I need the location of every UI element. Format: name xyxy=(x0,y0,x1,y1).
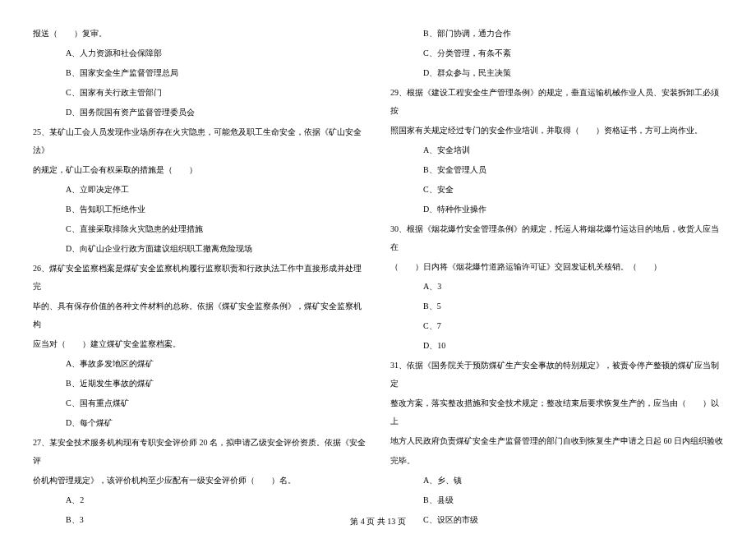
option-d: D、国务院国有资产监督管理委员会 xyxy=(33,104,366,122)
option-d: D、省级 xyxy=(390,531,723,534)
question-31: 31、依据《国务院关于预防煤矿生产安全事故的特别规定》，被责令停产整顿的煤矿应当… xyxy=(390,357,723,393)
option-a: A、2 xyxy=(33,491,366,509)
option-a: A、人力资源和社会保障部 xyxy=(33,44,366,62)
option-b: B、近期发生事故的煤矿 xyxy=(33,375,366,393)
question-27: 27、某安全技术服务机构现有专职安全评价师 20 名，拟申请乙级安全评价资质。依… xyxy=(33,434,366,470)
option-b: B、县级 xyxy=(390,491,723,509)
option-a: A、立即决定停工 xyxy=(33,181,366,199)
option-c: C、直接采取排除火灾隐患的处理措施 xyxy=(33,220,366,238)
option-c: C、分类管理，有条不紊 xyxy=(390,44,723,62)
question-31-cont3: 完毕。 xyxy=(390,452,723,470)
question-26: 26、煤矿安全监察档案是煤矿安全监察机构履行监察职责和行政执法工作中直接形成并处… xyxy=(33,260,366,296)
option-c: C、国家有关行政主管部门 xyxy=(33,84,366,102)
option-c: C、7 xyxy=(390,317,723,335)
option-d: D、10 xyxy=(390,337,723,355)
option-d: D、向矿山企业行政方面建议组织职工撤离危险现场 xyxy=(33,240,366,258)
option-c: C、4 xyxy=(33,531,366,534)
option-a: A、乡、镇 xyxy=(390,472,723,490)
two-column-layout: 报送（ ）复审。 A、人力资源和社会保障部 B、国家安全生产监督管理总局 C、国… xyxy=(33,25,723,509)
question-27-cont: 价机构管理规定》，该评价机构至少应配有一级安全评价师（ ）名。 xyxy=(33,472,366,490)
option-b: B、告知职工拒绝作业 xyxy=(33,200,366,219)
question-30: 30、根据《烟花爆竹安全管理条例》的规定，托运人将烟花爆竹运达目的地后，收货人应… xyxy=(390,220,723,256)
option-b: B、部门协调，通力合作 xyxy=(390,25,723,43)
right-column: B、部门协调，通力合作 C、分类管理，有条不紊 D、群众参与，民主决策 29、根… xyxy=(390,25,723,509)
question-25-cont: 的规定，矿山工会有权采取的措施是（ ） xyxy=(33,161,366,179)
page-footer: 第 4 页 共 13 页 xyxy=(0,516,756,527)
question-stem: 报送（ ）复审。 xyxy=(33,25,366,43)
option-d: D、特种作业操作 xyxy=(390,200,723,219)
question-31-cont: 整改方案，落实整改措施和安全技术规定；整改结束后要求恢复生产的，应当由（ ）以上 xyxy=(390,394,723,430)
option-d: D、群众参与，民主决策 xyxy=(390,64,723,82)
question-31-cont2: 地方人民政府负责煤矿安全生产监督管理的部门自收到恢复生产申请之日起 60 日内组… xyxy=(390,432,723,450)
option-a: A、事故多发地区的煤矿 xyxy=(33,355,366,373)
option-b: B、安全管理人员 xyxy=(390,161,723,179)
option-c: C、安全 xyxy=(390,181,723,199)
question-25: 25、某矿山工会人员发现作业场所存在火灾隐患，可能危及职工生命安全，依据《矿山安… xyxy=(33,123,366,159)
option-a: A、安全培训 xyxy=(390,141,723,159)
question-26-cont: 毕的、具有保存价值的各种文件材料的总称。依据《煤矿安全监察条例》，煤矿安全监察机… xyxy=(33,297,366,334)
option-b: B、5 xyxy=(390,297,723,315)
question-26-cont2: 应当对（ ）建立煤矿安全监察档案。 xyxy=(33,335,366,353)
question-29-cont: 照国家有关规定经过专门的安全作业培训，并取得（ ）资格证书，方可上岗作业。 xyxy=(390,122,723,140)
option-d: D、每个煤矿 xyxy=(33,414,366,432)
left-column: 报送（ ）复审。 A、人力资源和社会保障部 B、国家安全生产监督管理总局 C、国… xyxy=(33,25,366,509)
option-a: A、3 xyxy=(390,278,723,296)
question-30-cont: （ ）日内将《烟花爆竹道路运输许可证》交回发证机关核销。（ ） xyxy=(390,258,723,276)
question-29: 29、根据《建设工程安全生产管理条例》的规定，垂直运输机械作业人员、安装拆卸工必… xyxy=(390,84,723,120)
option-b: B、国家安全生产监督管理总局 xyxy=(33,64,366,82)
option-c: C、国有重点煤矿 xyxy=(33,394,366,412)
